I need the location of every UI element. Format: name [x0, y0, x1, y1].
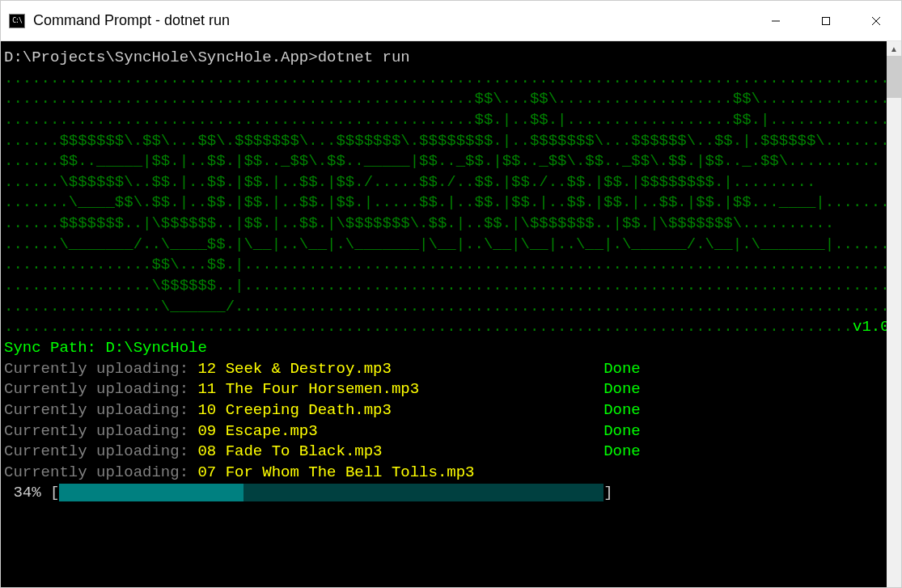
ascii-art-line: .......\____$$\.$$.|..$$.|$$.|..$$.|$$.|… [4, 192, 883, 214]
window-controls [751, 1, 901, 40]
ascii-art-line: ......$$$$$$$\.$$\...$$\.$$$$$$$\...$$$$… [4, 131, 883, 152]
upload-file: 10 Creeping Death.mp3 [197, 401, 391, 419]
prompt-line: D:\Projects\SyncHole\SyncHole.App>dotnet… [4, 48, 883, 69]
upload-pad [318, 422, 603, 440]
progress-bar-fill [59, 484, 243, 501]
upload-row: Currently uploading: 12 Seek & Destroy.m… [4, 359, 883, 380]
close-icon [871, 16, 881, 26]
version-dots: ........................................… [4, 318, 853, 336]
scrollbar[interactable]: ▲ [887, 41, 901, 587]
version-line: ........................................… [4, 317, 883, 338]
upload-row: Currently uploading: 10 Creeping Death.m… [4, 400, 883, 421]
progress-percent: 34% [4, 483, 50, 504]
upload-pad [419, 380, 603, 398]
upload-status: Done [603, 360, 641, 378]
progress-line: 34% [ ] [4, 483, 883, 504]
upload-pad [392, 360, 603, 378]
progress-close-bracket: ] [603, 484, 612, 501]
cmd-icon: C:\ [9, 14, 25, 28]
upload-label: Currently uploading: [4, 442, 197, 460]
upload-row: Currently uploading: 11 The Four Horseme… [4, 379, 883, 400]
upload-label: Currently uploading: [4, 422, 197, 440]
version-text: v1.0.0.0 [853, 318, 887, 336]
terminal-wrap: D:\Projects\SyncHole\SyncHole.App>dotnet… [1, 41, 901, 587]
progress-open-bracket: [ [50, 484, 59, 501]
upload-file: 08 Fade To Black.mp3 [197, 442, 382, 460]
window-title: Command Prompt - dotnet run [32, 12, 751, 29]
progress-bar-bg [243, 484, 603, 501]
minimize-button[interactable] [751, 1, 801, 40]
ascii-art-line: ................\$$$$$$..|..............… [4, 276, 883, 297]
upload-pad [475, 463, 604, 481]
titlebar[interactable]: C:\ Command Prompt - dotnet run [1, 1, 901, 41]
ascii-art-line: ......\_______/..\____$$.|\__|..\__|.\__… [4, 235, 883, 256]
upload-row: Currently uploading: 09 Escape.mp3 Done [4, 421, 883, 442]
ascii-art-line: ........................................… [4, 69, 883, 90]
command-prompt-window: C:\ Command Prompt - dotnet run D:\Proje… [0, 0, 902, 588]
ascii-art-line: .................\______/...............… [4, 297, 883, 318]
upload-file: 11 The Four Horsemen.mp3 [197, 380, 419, 398]
sync-path-value: D:\SyncHole [105, 339, 206, 357]
scroll-up-arrow-icon[interactable]: ▲ [887, 41, 901, 56]
maximize-button[interactable] [801, 1, 851, 40]
upload-label: Currently uploading: [4, 380, 197, 398]
minimize-icon [771, 16, 781, 26]
upload-row: Currently uploading: 08 Fade To Black.mp… [4, 442, 883, 463]
sync-path-label: Sync Path: [4, 339, 105, 357]
maximize-icon [821, 16, 831, 26]
ascii-art-line: ........................................… [4, 89, 883, 110]
sync-path-line: Sync Path: D:\SyncHole [4, 338, 883, 359]
upload-status: Done [603, 380, 641, 398]
upload-status: Done [603, 422, 641, 440]
upload-file: 07 For Whom The Bell Tolls.mp3 [197, 463, 474, 481]
upload-status: Done [603, 442, 641, 460]
upload-status: Done [603, 401, 641, 419]
upload-pad [392, 401, 603, 419]
ascii-art-line: ................$$\...$$.|..............… [4, 255, 883, 276]
ascii-art-line: ......\$$$$$$\..$$.|..$$.|$$.|..$$.|$$./… [4, 172, 883, 193]
prompt-text: D:\Projects\SyncHole\SyncHole.App> [4, 49, 318, 66]
upload-label: Currently uploading: [4, 463, 197, 481]
upload-pad [383, 442, 604, 460]
terminal-output[interactable]: D:\Projects\SyncHole\SyncHole.App>dotnet… [1, 41, 887, 587]
scroll-thumb[interactable] [887, 56, 901, 98]
ascii-art-line: ......$$.._____|$$.|..$$.|$$.._$$\.$$.._… [4, 151, 883, 172]
command-text: dotnet run [318, 49, 410, 66]
ascii-art-line: ......$$$$$$$..|\$$$$$$..|$$.|..$$.|\$$$… [4, 214, 883, 235]
ascii-art-line: ........................................… [4, 110, 883, 131]
close-button[interactable] [851, 1, 901, 40]
cmd-icon-text: C:\ [12, 17, 21, 24]
upload-row: Currently uploading: 07 For Whom The Bel… [4, 463, 883, 484]
upload-label: Currently uploading: [4, 401, 197, 419]
upload-file: 09 Escape.mp3 [197, 422, 317, 440]
svg-rect-1 [823, 17, 830, 24]
upload-file: 12 Seek & Destroy.mp3 [197, 360, 391, 378]
upload-label: Currently uploading: [4, 360, 197, 378]
